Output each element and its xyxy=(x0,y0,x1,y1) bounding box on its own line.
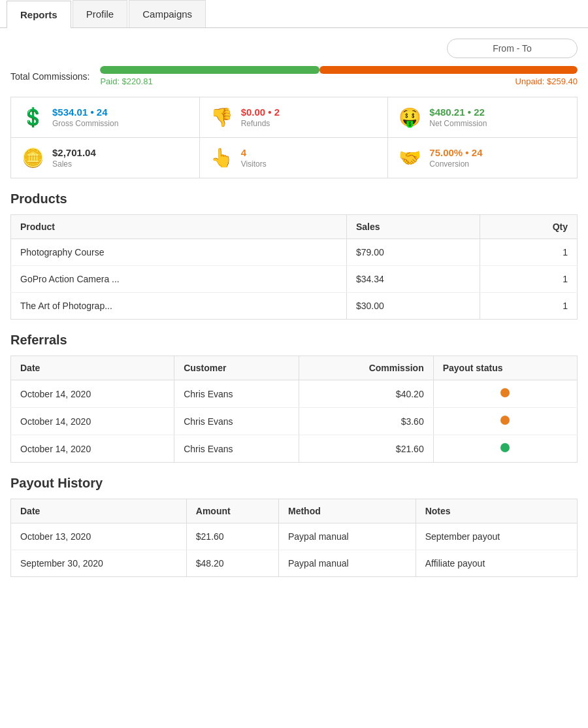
referral-date: October 14, 2020 xyxy=(11,435,174,463)
stat-sales-value: $2,701.04 xyxy=(52,147,96,158)
progress-bar xyxy=(100,66,578,74)
pointer-icon: 👆 xyxy=(210,147,233,169)
unpaid-label: Unpaid: $259.40 xyxy=(515,76,578,86)
stat-visitors-value: 4 xyxy=(241,147,267,158)
referral-commission: $21.60 xyxy=(299,435,433,463)
products-header-row: Product Sales Qty xyxy=(11,215,578,239)
referral-date: October 14, 2020 xyxy=(11,380,174,408)
products-col-sales: Sales xyxy=(346,215,480,239)
progress-bar-paid xyxy=(100,66,319,74)
payout-col-amount: Amount xyxy=(186,499,278,523)
dollar-icon: 💲 xyxy=(22,107,44,128)
payout-notes: September payout xyxy=(416,523,577,550)
date-separator: - xyxy=(517,43,520,54)
product-name: GoPro Action Camera ... xyxy=(11,266,347,293)
product-name: Photography Course xyxy=(11,239,347,266)
product-qty: 1 xyxy=(480,239,578,266)
payout-date: September 30, 2020 xyxy=(11,550,187,577)
referrals-col-customer: Customer xyxy=(174,356,299,380)
referral-payout-status xyxy=(433,380,577,408)
referrals-col-commission: Commission xyxy=(299,356,433,380)
referrals-header-row: Date Customer Commission Payout status xyxy=(11,356,578,380)
thumbsdown-icon: 👎 xyxy=(210,107,233,128)
stat-refunds-value: $0.00 • 2 xyxy=(241,107,280,118)
stat-visitors-info: 4 Visitors xyxy=(241,147,267,169)
referral-customer: Chris Evans xyxy=(174,408,299,435)
stat-gross-info: $534.01 • 24 Gross Commission xyxy=(52,107,118,128)
payout-col-date: Date xyxy=(11,499,187,523)
status-dot xyxy=(500,416,510,425)
stat-conversion-info: 75.00% • 24 Conversion xyxy=(429,147,482,169)
progress-bar-unpaid xyxy=(319,66,578,74)
products-title: Products xyxy=(10,191,578,207)
money-icon: 🤑 xyxy=(399,107,421,128)
stat-conversion-value: 75.00% • 24 xyxy=(429,147,482,158)
payout-method: Paypal manual xyxy=(278,523,416,550)
stat-conversion: 🤝 75.00% • 24 Conversion xyxy=(388,138,577,178)
stat-net: 🤑 $480.21 • 22 Net Commission xyxy=(388,97,577,138)
stats-grid: 💲 $534.01 • 24 Gross Commission 👎 $0.00 … xyxy=(10,97,578,178)
stat-refunds: 👎 $0.00 • 2 Refunds xyxy=(200,97,389,138)
referrals-section: Referrals Date Customer Commission Payou… xyxy=(0,333,588,476)
products-col-product: Product xyxy=(11,215,347,239)
payout-col-notes: Notes xyxy=(416,499,577,523)
table-row: The Art of Photograp... $30.00 1 xyxy=(11,293,578,320)
stat-sales: 🪙 $2,701.04 Sales xyxy=(11,138,200,178)
payout-notes: Affiliate payout xyxy=(416,550,577,577)
product-qty: 1 xyxy=(480,266,578,293)
referrals-col-date: Date xyxy=(11,356,174,380)
stat-sales-label: Sales xyxy=(52,159,96,169)
referrals-col-payout: Payout status xyxy=(433,356,577,380)
table-row: October 14, 2020 Chris Evans $40.20 xyxy=(11,380,578,408)
product-sales: $34.34 xyxy=(346,266,480,293)
total-commissions-label: Total Commissions: xyxy=(10,71,90,82)
product-name: The Art of Photograp... xyxy=(11,293,347,320)
stat-visitors-label: Visitors xyxy=(241,159,267,169)
payout-col-method: Method xyxy=(278,499,416,523)
stat-gross-label: Gross Commission xyxy=(52,119,118,128)
product-qty: 1 xyxy=(480,293,578,320)
payout-history-section: Payout History Date Amount Method Notes … xyxy=(0,476,588,590)
payout-header-row: Date Amount Method Notes xyxy=(11,499,578,523)
stat-refunds-info: $0.00 • 2 Refunds xyxy=(241,107,280,128)
stat-net-value: $480.21 • 22 xyxy=(429,107,487,118)
date-range-row: From - To xyxy=(0,39,588,66)
stat-gross: 💲 $534.01 • 24 Gross Commission xyxy=(11,97,200,138)
stat-net-label: Net Commission xyxy=(429,119,487,128)
product-sales: $30.00 xyxy=(346,293,480,320)
referral-customer: Chris Evans xyxy=(174,380,299,408)
payout-method: Paypal manual xyxy=(278,550,416,577)
payout-history-title: Payout History xyxy=(10,476,578,491)
tab-bar: Reports Profile Campaigns xyxy=(0,0,588,28)
tab-reports[interactable]: Reports xyxy=(7,1,71,28)
paid-label: Paid: $220.81 xyxy=(100,76,152,86)
tab-campaigns[interactable]: Campaigns xyxy=(129,0,206,27)
products-col-qty: Qty xyxy=(480,215,578,239)
stat-sales-info: $2,701.04 Sales xyxy=(52,147,96,169)
referral-payout-status xyxy=(433,435,577,463)
stat-refunds-label: Refunds xyxy=(241,119,280,128)
referral-date: October 14, 2020 xyxy=(11,408,174,435)
table-row: GoPro Action Camera ... $34.34 1 xyxy=(11,266,578,293)
stat-visitors: 👆 4 Visitors xyxy=(200,138,389,178)
table-row: September 30, 2020 $48.20 Paypal manual … xyxy=(11,550,578,577)
table-row: October 13, 2020 $21.60 Paypal manual Se… xyxy=(11,523,578,550)
status-dot xyxy=(500,443,510,452)
table-row: October 14, 2020 Chris Evans $3.60 xyxy=(11,408,578,435)
stat-net-info: $480.21 • 22 Net Commission xyxy=(429,107,487,128)
referral-payout-status xyxy=(433,408,577,435)
referral-commission: $3.60 xyxy=(299,408,433,435)
products-table: Product Sales Qty Photography Course $79… xyxy=(10,214,578,320)
date-from-label: From xyxy=(493,43,514,54)
referrals-title: Referrals xyxy=(10,333,578,348)
table-row: Photography Course $79.00 1 xyxy=(11,239,578,266)
payout-amount: $21.60 xyxy=(186,523,278,550)
tab-profile[interactable]: Profile xyxy=(73,0,128,27)
stat-conversion-label: Conversion xyxy=(429,159,482,169)
payout-date: October 13, 2020 xyxy=(11,523,187,550)
stat-gross-value: $534.01 • 24 xyxy=(52,107,118,118)
payout-amount: $48.20 xyxy=(186,550,278,577)
date-range-input[interactable]: From - To xyxy=(447,39,578,58)
products-section: Products Product Sales Qty Photography C… xyxy=(0,191,588,333)
payout-history-table: Date Amount Method Notes October 13, 202… xyxy=(10,499,578,577)
